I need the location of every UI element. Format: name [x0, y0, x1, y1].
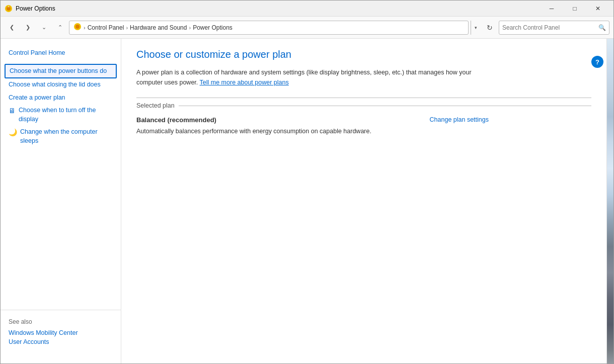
- plan-row: Balanced (recommended) Change plan setti…: [136, 116, 489, 124]
- right-panel: [606, 39, 613, 363]
- right-image-strip: [606, 39, 613, 363]
- svg-point-1: [7, 7, 11, 11]
- path-control-panel[interactable]: Control Panel: [88, 24, 124, 31]
- sidebar-item-computer-sleeps-label: Change when the computer sleeps: [20, 128, 113, 145]
- see-also-mobility-center[interactable]: Windows Mobility Center: [9, 329, 113, 336]
- path-dropdown-button[interactable]: ▾: [471, 21, 481, 35]
- sidebar-links: Choose what the power buttons do Choose …: [1, 64, 121, 148]
- title-bar: Power Options ─ □ ✕: [1, 1, 613, 17]
- selected-plan-header: Selected plan: [136, 102, 591, 109]
- refresh-button[interactable]: ↻: [483, 21, 497, 35]
- sidebar-item-power-buttons[interactable]: Choose what the power buttons do: [5, 64, 117, 79]
- plan-name: Balanced (recommended): [136, 116, 216, 124]
- selected-plan-label: Selected plan: [136, 102, 175, 109]
- sidebar-item-create-plan-label: Create a power plan: [9, 94, 65, 103]
- sidebar: Control Panel Home Choose what the power…: [1, 39, 121, 363]
- selected-plan-section: Selected plan Balanced (recommended) Cha…: [136, 98, 591, 136]
- path-power-options[interactable]: Power Options: [193, 24, 233, 31]
- monitor-icon: 🖥: [9, 106, 16, 116]
- sidebar-item-closing-lid[interactable]: Choose what closing the lid does: [1, 78, 121, 92]
- description-text: A power plan is a collection of hardware…: [136, 69, 472, 86]
- sidebar-item-turn-off-display[interactable]: 🖥 Choose when to turn off the display: [1, 104, 121, 126]
- sidebar-item-closing-lid-label: Choose what closing the lid does: [9, 80, 101, 89]
- main-area: Control Panel Home Choose what the power…: [1, 39, 613, 363]
- sidebar-item-turn-off-display-label: Choose when to turn off the display: [19, 106, 113, 124]
- svg-point-3: [75, 25, 80, 29]
- maximize-button[interactable]: □: [563, 1, 586, 17]
- sidebar-see-also: See also Windows Mobility Center User Ac…: [1, 310, 121, 355]
- plan-separator: [179, 106, 591, 106]
- see-also-label: See also: [9, 318, 113, 325]
- help-button[interactable]: ?: [591, 56, 603, 68]
- close-button[interactable]: ✕: [586, 1, 609, 17]
- description: A power plan is a collection of hardware…: [136, 67, 489, 87]
- search-box[interactable]: 🔍: [499, 21, 609, 35]
- path-icon: [73, 23, 82, 32]
- learn-more-link[interactable]: Tell me more about power plans: [200, 79, 289, 86]
- up-button[interactable]: ⌃: [53, 21, 67, 35]
- minimize-button[interactable]: ─: [540, 1, 563, 17]
- window-title: Power Options: [16, 5, 540, 12]
- window-icon: [5, 5, 13, 13]
- path-hardware-sound[interactable]: Hardware and Sound: [130, 24, 187, 31]
- window-controls: ─ □ ✕: [540, 1, 609, 17]
- address-path[interactable]: › Control Panel › Hardware and Sound › P…: [69, 21, 469, 35]
- back-button[interactable]: ❮: [5, 21, 19, 35]
- sidebar-control-panel-home[interactable]: Control Panel Home: [1, 47, 121, 60]
- sidebar-item-create-plan[interactable]: Create a power plan: [1, 92, 121, 105]
- address-bar: ❮ ❯ ⌄ ⌃ › Control Panel › Hardware and S…: [1, 17, 613, 39]
- search-input[interactable]: [502, 24, 596, 31]
- sidebar-item-power-buttons-label: Choose what the power buttons do: [10, 67, 107, 76]
- page-title: Choose or customize a power plan: [136, 49, 591, 60]
- moon-icon: 🌙: [9, 128, 17, 138]
- content-area: Choose or customize a power plan A power…: [121, 39, 606, 363]
- change-plan-settings-link[interactable]: Change plan settings: [430, 116, 489, 123]
- forward-button[interactable]: ❯: [21, 21, 35, 35]
- sidebar-item-computer-sleeps[interactable]: 🌙 Change when the computer sleeps: [1, 126, 121, 147]
- main-window: Power Options ─ □ ✕ ❮ ❯ ⌄ ⌃ › Control Pa…: [0, 0, 614, 364]
- dropdown-button[interactable]: ⌄: [37, 21, 51, 35]
- sidebar-top: Control Panel Home: [1, 47, 121, 60]
- search-icon[interactable]: 🔍: [598, 24, 606, 31]
- see-also-user-accounts[interactable]: User Accounts: [9, 338, 113, 345]
- plan-description: Automatically balances performance with …: [136, 127, 438, 136]
